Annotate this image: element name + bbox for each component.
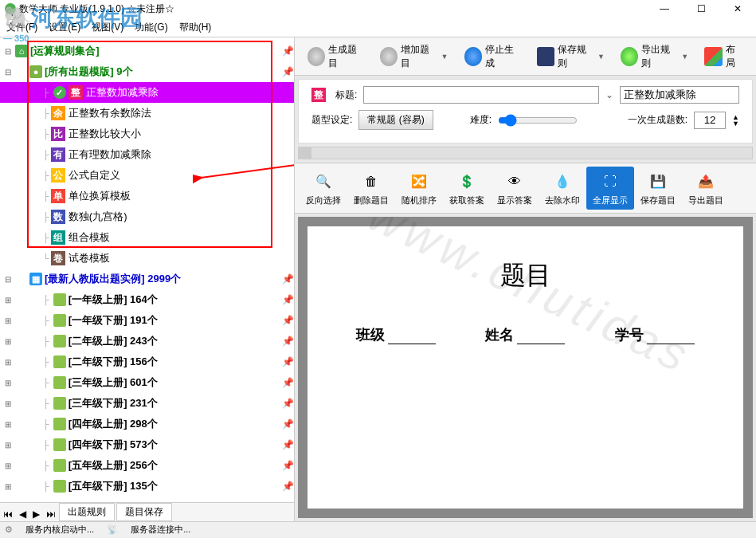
book-icon [53, 314, 66, 327]
tree-row[interactable]: ⊞├[二年级下册] 156个📌 [0, 351, 294, 372]
preview-toolbar-button[interactable]: 🗑删除题目 [347, 167, 395, 210]
toolbar2-icon: 👁 [503, 171, 526, 193]
preview-toolbar-button[interactable]: 📤导出题目 [682, 167, 730, 210]
app-icon [5, 3, 16, 14]
title-label: 标题: [335, 88, 357, 102]
tree-row[interactable]: ⊟⌂[运算规则集合]📌 [0, 41, 294, 61]
tab-rules[interactable]: 出题规则 [59, 503, 115, 521]
tree-row[interactable]: ⊞├[五年级下册] 135个📌 [0, 476, 294, 497]
preview-toolbar-button[interactable]: 🔍反向选择 [300, 167, 347, 210]
count-label: 一次生成题数: [628, 113, 687, 127]
left-panel: ⊟⌂[运算规则集合]📌⊟●[所有出题模版] 9个📌├✓整正整数加减乘除├余正整数… [0, 37, 295, 521]
badge-icon: 比 [51, 127, 65, 141]
field-name-label: 姓名 [485, 327, 514, 343]
tree-row[interactable]: ⊞├[五年级上册] 256个📌 [0, 455, 294, 476]
preview-toolbar-button[interactable]: 💲获取答案 [443, 167, 491, 210]
difficulty-slider[interactable] [498, 114, 578, 127]
toolbar2-icon: 💾 [647, 171, 669, 193]
badge-icon: 数 [51, 210, 65, 224]
tree-row[interactable]: ├公公式自定义 [0, 165, 294, 186]
count-input[interactable] [694, 112, 726, 129]
toolbar-button[interactable]: 导出规则▼ [614, 40, 695, 73]
tree-row[interactable]: ⊟●[所有出题模版] 9个📌 [0, 61, 294, 82]
badge-icon: 余 [51, 106, 65, 120]
toolbar-button[interactable]: 保存规则▼ [531, 40, 611, 73]
pin-icon: 📌 [282, 66, 294, 77]
folder-icon: ● [29, 65, 42, 78]
tree-row[interactable]: ├比正整数比较大小 [0, 124, 294, 144]
pin-icon: 📌 [282, 315, 294, 326]
tab-nav-first[interactable]: ⏮ [0, 507, 16, 521]
tree-row[interactable]: ├组组合模板 [0, 227, 294, 248]
tree-row[interactable]: ├有正有理数加减乘除 [0, 144, 294, 165]
badge-icon: 整 [69, 85, 83, 100]
tree-row[interactable]: ⊞├[一年级下册] 191个📌 [0, 310, 294, 331]
preview-toolbar-button[interactable]: 💾保存题目 [634, 167, 682, 210]
toolbar-button[interactable]: 布局 [698, 40, 750, 73]
menu-item[interactable]: 帮助(H) [179, 21, 212, 34]
book-icon [53, 459, 66, 472]
preview-toolbar-button[interactable]: 🔀随机排序 [395, 167, 443, 210]
book-icon [53, 376, 66, 389]
tab-saved[interactable]: 题目保存 [116, 503, 172, 521]
toolbar-button[interactable]: 停止生成 [458, 40, 527, 73]
toolbar-button[interactable]: 生成题目 [301, 40, 370, 73]
tree-row[interactable]: └卷试卷模板 [0, 248, 294, 269]
preview-toolbar-button[interactable]: 👁显示答案 [491, 167, 539, 210]
preview-area: www.chutidas 题目 班级 姓名 学号 [298, 217, 753, 518]
tree-row[interactable]: ├余正整数有余数除法 [0, 103, 294, 124]
main-menubar: 文件(F)设置(E)视图(V)功能(G)帮助(H) [0, 18, 756, 37]
tree-row[interactable]: ⊟▦[最新人教版出题实例] 2999个📌 [0, 269, 294, 289]
book-icon [53, 480, 66, 493]
status-server: 服务器连接中... [131, 524, 190, 536]
field-class-label: 班级 [356, 327, 385, 343]
tree-row[interactable]: ⊞├[四年级上册] 298个📌 [0, 414, 294, 434]
chevron-down-icon: ▼ [597, 53, 605, 61]
tab-nav-last[interactable]: ⏭ [43, 507, 59, 521]
examples-icon: ▦ [29, 273, 42, 285]
pin-icon: 📌 [282, 439, 294, 450]
menu-item[interactable]: 功能(G) [135, 21, 167, 34]
tree-row[interactable]: ⊞├[二年级上册] 243个📌 [0, 331, 294, 351]
right-panel: 生成题目增加题目▼停止生成保存规则▼导出规则▼布局 整 标题: ⌄ 题型设定: … [295, 37, 756, 521]
window-close-button[interactable]: ✕ [719, 0, 756, 18]
book-icon [53, 355, 66, 368]
toolbar-button[interactable]: 增加题目▼ [374, 40, 454, 73]
pin-icon: 📌 [282, 481, 294, 492]
toolbar-icon [380, 47, 398, 66]
pin-icon: 📌 [282, 45, 294, 57]
tree-row[interactable]: ├✓整正整数加减乘除 [0, 82, 294, 103]
home-icon: ⌂ [15, 45, 28, 57]
tree-row[interactable]: ⊞├[三年级下册] 231个📌 [0, 393, 294, 414]
pin-icon: 📌 [282, 356, 294, 367]
tab-nav-prev[interactable]: ◀ [16, 507, 29, 521]
type-button[interactable]: 常规题 (容易) [358, 110, 433, 130]
count-spinner[interactable]: ▲▼ [732, 114, 739, 127]
tree-row[interactable]: ⊞├[一年级上册] 164个📌 [0, 289, 294, 310]
toolbar2-icon: 🗑 [360, 171, 382, 193]
tree-row[interactable]: ├数数独(九宫格) [0, 206, 294, 227]
title-dropdown-icon[interactable]: ⌄ [605, 89, 613, 100]
worksheet-paper: www.chutidas 题目 班级 姓名 学号 [307, 226, 743, 509]
tree-row[interactable]: ⊞├[四年级下册] 573个📌 [0, 434, 294, 455]
menu-item[interactable]: 设置(E) [49, 21, 80, 34]
tree-row[interactable]: ├单单位换算模板 [0, 186, 294, 206]
menu-item[interactable]: 视图(V) [92, 21, 123, 34]
window-titlebar: 数学大师 专业版(1.9.1.0) ☆未注册☆ — ☐ ✕ [0, 0, 756, 18]
settings-hscroll[interactable] [298, 147, 753, 159]
toolbar-icon [464, 47, 482, 66]
difficulty-label: 难度: [470, 113, 492, 127]
badge-icon: 组 [51, 230, 65, 245]
title-input[interactable] [363, 86, 599, 104]
preview-toolbar-button[interactable]: ⛶全屏显示 [586, 167, 634, 210]
tree-row[interactable]: ⊞├[三年级上册] 601个📌 [0, 372, 294, 393]
window-maximize-button[interactable]: ☐ [683, 0, 719, 18]
preview-toolbar-button[interactable]: 💧去除水印 [539, 167, 586, 210]
rule-tree[interactable]: ⊟⌂[运算规则集合]📌⊟●[所有出题模版] 9个📌├✓整正整数加减乘除├余正整数… [0, 37, 294, 502]
title-name-input[interactable] [620, 86, 739, 104]
menu-item[interactable]: 文件(F) [6, 21, 37, 34]
tab-nav-next[interactable]: ▶ [29, 507, 43, 521]
pin-icon: 📌 [282, 336, 294, 347]
window-minimize-button[interactable]: — [646, 0, 683, 18]
title-badge-icon: 整 [311, 88, 326, 102]
